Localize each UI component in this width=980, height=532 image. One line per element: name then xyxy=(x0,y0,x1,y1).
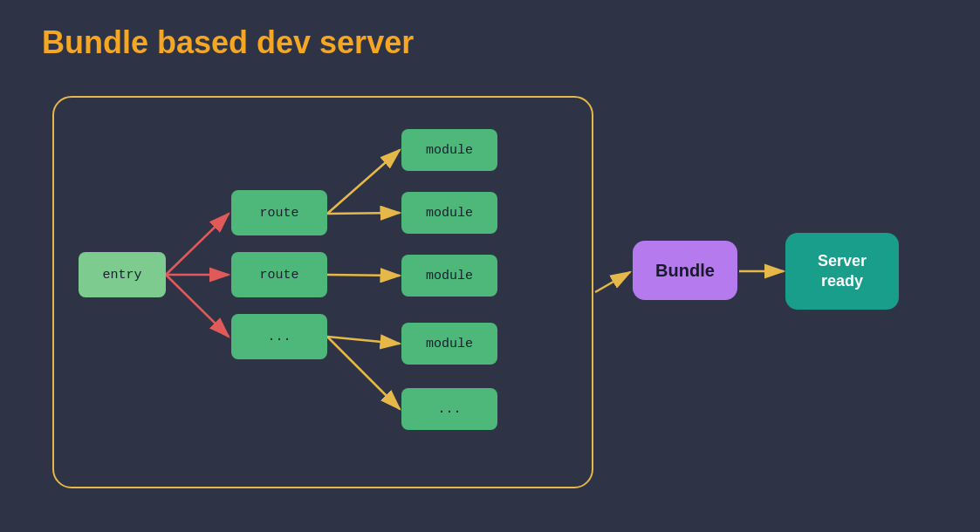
route1-node: route xyxy=(231,190,327,235)
module3-node: module xyxy=(401,255,497,297)
server-ready-node: Server ready xyxy=(785,233,899,310)
module1-node: module xyxy=(401,129,497,171)
dots2-node: ... xyxy=(401,388,497,430)
route2-node: route xyxy=(231,252,327,297)
svg-line-10 xyxy=(595,272,630,292)
bundle-node: Bundle xyxy=(633,241,737,300)
entry-node: entry xyxy=(79,252,166,297)
module2-node: module xyxy=(401,192,497,234)
dots1-node: ... xyxy=(231,314,327,359)
page-title: Bundle based dev server xyxy=(42,24,414,61)
module4-node: module xyxy=(401,323,497,365)
